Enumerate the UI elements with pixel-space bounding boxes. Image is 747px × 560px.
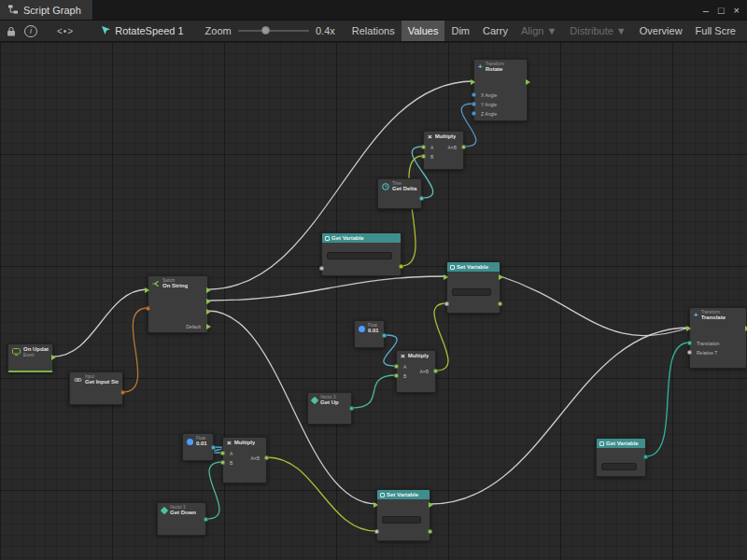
b-in-port[interactable] (421, 154, 426, 159)
get-variable-top-node[interactable]: Get Variable (321, 232, 402, 276)
toolbar-button-relations[interactable]: Relations (345, 21, 402, 42)
toolbar-button-overview[interactable]: Overview (633, 21, 689, 42)
wire-get-variable-right-node-to-translate-node[interactable] (646, 343, 689, 456)
wire-vector3-down-node-to-multiply-node-3[interactable] (206, 462, 222, 519)
value-out-port[interactable] (428, 529, 432, 534)
multiply-node-1[interactable]: ×MultiplyABA×B (423, 131, 464, 170)
value-out-port[interactable] (120, 390, 125, 395)
value-out-port[interactable] (211, 445, 216, 450)
flow-in-port[interactable] (145, 287, 149, 293)
relative-in-port[interactable] (687, 350, 692, 355)
wire-set-variable-bottom-node-to-translate-node[interactable] (430, 328, 689, 504)
a-in-port[interactable] (394, 364, 399, 369)
toolbar-button-dim[interactable]: Dim (444, 21, 476, 42)
variable-name-field[interactable] (382, 516, 421, 524)
wire-multiply-node-3-to-set-variable-bottom-node[interactable] (267, 457, 376, 531)
wire-float-node-1-to-multiply-node-2[interactable] (384, 335, 397, 366)
flow-out-port[interactable] (499, 274, 503, 280)
branch-3-out-port[interactable] (206, 309, 211, 315)
wire-get-variable-top-node-to-multiply-node-1[interactable] (402, 156, 423, 266)
switch-icon (152, 280, 160, 287)
variable-name-field[interactable] (601, 463, 637, 470)
variable-name-field[interactable] (452, 288, 491, 296)
toolbar-button-carry[interactable]: Carry (476, 21, 514, 42)
switch-node[interactable]: SwitchOn StringDefault (148, 275, 208, 333)
wire-get-input-string-node-to-switch-node[interactable] (123, 308, 148, 392)
z-angle-in-port[interactable] (472, 111, 476, 116)
flow-in-port[interactable] (374, 502, 378, 508)
minimize-icon[interactable]: – (703, 5, 709, 16)
tab-script-graph[interactable]: Script Graph (0, 0, 93, 20)
rotate-node[interactable]: +TransformRotateX AngleY AngleZ Angle (473, 59, 528, 121)
value-in-port[interactable] (444, 301, 449, 306)
variable-name-field[interactable] (327, 252, 392, 259)
value-out-port[interactable] (498, 301, 502, 306)
a-in-port[interactable] (220, 451, 225, 455)
node-title-row: InputGet Input Strin (70, 372, 122, 387)
wire-switch-node-to-set-variable-mid-node[interactable] (208, 276, 446, 301)
b-in-port-label: B (403, 374, 406, 379)
value-out-port[interactable] (399, 264, 403, 269)
float-icon (187, 439, 193, 445)
zoom-slider-thumb[interactable] (261, 26, 270, 35)
code-icon[interactable]: <•> (57, 26, 74, 36)
translation-in-port[interactable] (687, 341, 692, 345)
set-variable-mid-node[interactable]: Set Variable (446, 261, 500, 314)
maximize-icon[interactable]: □ (718, 5, 725, 16)
b-in-port[interactable] (220, 460, 225, 465)
node-title: On Update (23, 346, 49, 353)
variable-icon (450, 265, 455, 270)
lock-icon[interactable] (5, 23, 18, 38)
toolbar-button-full-scre[interactable]: Full Scre (689, 21, 742, 42)
toolbar-buttons: RelationsValuesDimCarryAlign ▼Distribute… (345, 21, 742, 42)
graph-canvas[interactable]: On UpdateEventInputGet Input StrinSwitch… (0, 42, 747, 560)
node-header-label: Set Variable (457, 264, 488, 270)
y-angle-in-port[interactable] (472, 102, 476, 106)
flow-in-port[interactable] (444, 274, 448, 280)
close-icon[interactable]: × (734, 5, 740, 16)
wire-vector3-up-node-to-multiply-node-2[interactable] (352, 375, 396, 408)
multiply-node-3[interactable]: ×MultiplyABA×B (222, 437, 267, 483)
vector3-down-node[interactable]: Vector 3Get Down (157, 502, 206, 536)
b-in-port[interactable] (394, 373, 399, 378)
float-node-1[interactable]: Float0.01 (354, 320, 385, 348)
object-in-port[interactable] (319, 266, 324, 271)
result-out-port[interactable] (461, 145, 466, 149)
toolbar: i <•> RotateSpeed 1 Zoom 0.4x RelationsV… (0, 21, 747, 42)
wire-multiply-node-2-to-set-variable-mid-node[interactable] (434, 303, 448, 371)
get-input-string-node[interactable]: InputGet Input Strin (69, 371, 123, 405)
value-out-port[interactable] (204, 517, 208, 522)
translate-node[interactable]: +TransformTranslateTranslationRelative T (689, 307, 747, 369)
string-in-port[interactable] (146, 306, 150, 311)
graph-reference[interactable]: RotateSpeed 1 (101, 25, 183, 37)
flow-in-port[interactable] (471, 79, 475, 85)
zoom-slider[interactable] (238, 30, 309, 32)
on-update-node[interactable]: On UpdateEvent (7, 343, 53, 372)
float-node-2[interactable]: Float0.01 (182, 433, 214, 461)
flow-out-port[interactable] (51, 355, 56, 360)
x-angle-in-port[interactable] (472, 92, 476, 97)
wire-set-variable-mid-node-to-translate-node[interactable] (500, 276, 689, 336)
value-in-port[interactable] (374, 529, 379, 534)
default-out-port[interactable] (206, 324, 211, 329)
get-variable-right-node[interactable]: Get Variable (596, 438, 646, 477)
result-out-port[interactable] (433, 369, 438, 373)
toolbar-button-values[interactable]: Values (402, 21, 445, 42)
set-variable-bottom-node[interactable]: Set Variable (376, 489, 430, 541)
value-out-port[interactable] (349, 406, 354, 411)
flow-in-port[interactable] (686, 326, 691, 331)
multiply-node-2[interactable]: ×MultiplyABA×B (396, 350, 436, 393)
flow-out-port[interactable] (429, 502, 433, 508)
value-out-port[interactable] (643, 455, 648, 459)
result-out-port[interactable] (264, 455, 269, 460)
a-in-port[interactable] (421, 145, 426, 149)
flow-out-port[interactable] (526, 79, 530, 85)
branch-2-out-port[interactable] (206, 299, 211, 304)
value-out-port[interactable] (382, 333, 387, 338)
value-out-port[interactable] (419, 196, 424, 201)
branch-1-out-port[interactable] (206, 287, 211, 293)
get-delta-time-node[interactable]: TimeGet Delta Time (377, 178, 422, 209)
y-angle-in-port-label: Y Angle (481, 103, 497, 107)
info-icon[interactable]: i (24, 25, 37, 37)
vector3-up-node[interactable]: Vector 3Get Up (307, 392, 352, 425)
